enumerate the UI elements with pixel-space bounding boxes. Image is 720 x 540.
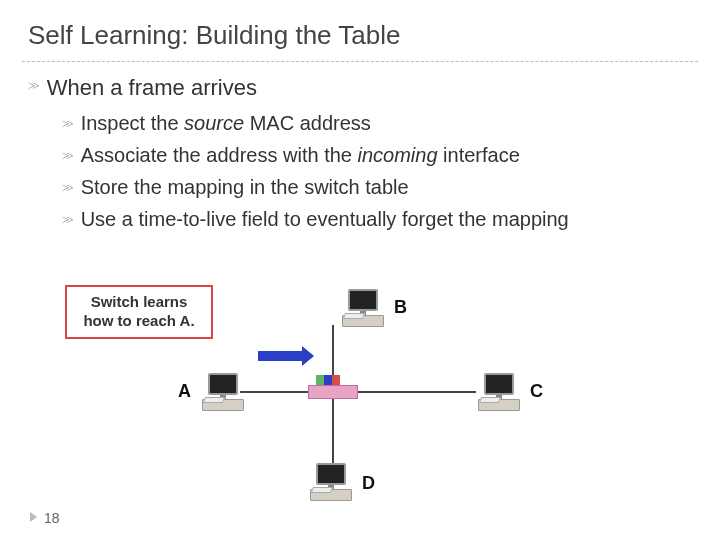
node-label-b: B [394,297,407,318]
slide-number-icon [30,512,37,522]
sub-bullet-text: Store the mapping in the switch table [81,174,409,200]
network-diagram: Switch learns how to reach A. B A C D [0,285,720,515]
bullet-main-text: When a frame arrives [47,72,257,104]
switch-device [308,385,358,399]
title-divider [22,61,698,62]
sub-bullet: >> Store the mapping in the switch table [62,172,692,204]
frame-packet-icon [316,375,340,385]
bullet-icon: >> [28,72,37,100]
sub-bullet-text: Associate the address with the incoming … [81,142,520,168]
network-link [358,391,476,393]
sub-bullet: >> Associate the address with the incomi… [62,140,692,172]
callout-box: Switch learns how to reach A. [65,285,213,339]
bullet-icon: >> [62,110,71,138]
bullet-main: >> When a frame arrives [28,72,692,104]
slide-number: 18 [44,510,60,526]
sub-bullet-text: Inspect the source MAC address [81,110,371,136]
bullet-icon: >> [62,142,71,170]
node-label-c: C [530,381,543,402]
computer-icon [342,289,384,331]
computer-icon [202,373,244,415]
node-label-d: D [362,473,375,494]
node-label-a: A [178,381,191,402]
bullet-icon: >> [62,206,71,234]
sub-bullet: >> Use a time-to-live field to eventuall… [62,204,692,236]
slide-title: Self Learning: Building the Table [0,0,720,57]
computer-icon [478,373,520,415]
sub-bullet: >> Inspect the source MAC address [62,108,692,140]
network-link [240,391,308,393]
content-area: >> When a frame arrives >> Inspect the s… [0,72,720,236]
bullet-icon: >> [62,174,71,202]
network-link [332,399,334,471]
sub-bullet-text: Use a time-to-live field to eventually f… [81,206,569,232]
sub-bullet-list: >> Inspect the source MAC address >> Ass… [28,104,692,236]
arrow-icon [258,351,302,361]
computer-icon [310,463,352,505]
